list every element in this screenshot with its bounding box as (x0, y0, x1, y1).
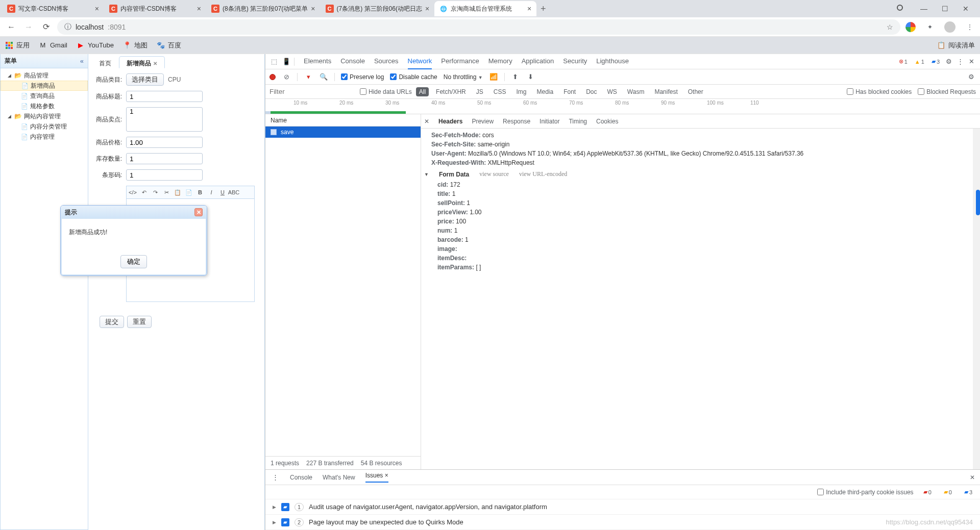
preserve-log-checkbox[interactable]: Preserve log (341, 73, 384, 81)
devtools-menu-icon[interactable]: ⋮ (955, 58, 965, 65)
tab-add-product[interactable]: 新增商品✕ (119, 56, 165, 68)
sell-point-input[interactable]: 1 (126, 107, 203, 132)
drawer-tab-whatsnew[interactable]: What's New (323, 474, 355, 481)
reading-list-button[interactable]: 📋阅读清单 (937, 41, 975, 50)
editor-strike-icon[interactable]: ABC (229, 187, 239, 197)
bookmark-baidu[interactable]: 🐾百度 (157, 41, 181, 50)
devtools-tab-lighthouse[interactable]: Lighthouse (596, 54, 629, 69)
warning-badge[interactable]: ▲1 (912, 58, 927, 65)
editor-cut-icon[interactable]: ✂ (161, 187, 172, 197)
filter-all[interactable]: All (416, 87, 429, 96)
dialog-title-bar[interactable]: 提示 ✕ (61, 206, 207, 219)
stock-input[interactable] (126, 153, 203, 164)
bookmark-star-icon[interactable]: ☆ (887, 23, 893, 31)
forward-button[interactable]: → (22, 22, 35, 32)
export-icon[interactable]: ⬇ (526, 73, 535, 81)
search-icon[interactable]: 🔍 (319, 73, 328, 81)
browser-tab[interactable]: C(8条消息) 第三阶段07(动吧菜单× (206, 1, 321, 16)
back-button[interactable]: ← (5, 22, 17, 32)
editor-italic-icon[interactable]: I (206, 187, 216, 197)
reload-button[interactable]: ⟳ (40, 22, 52, 32)
close-icon[interactable]: × (425, 5, 429, 13)
detail-tab-headers[interactable]: Headers (438, 118, 462, 125)
editor-underline-icon[interactable]: U (217, 187, 228, 197)
browser-menu-button[interactable]: ⋮ (965, 22, 975, 32)
detail-tab-cookies[interactable]: Cookies (596, 118, 618, 125)
bookmark-gmail[interactable]: MGmail (39, 41, 67, 49)
barcode-input[interactable] (126, 169, 203, 181)
editor-source-icon[interactable]: </> (128, 187, 138, 197)
devtools-tab-console[interactable]: Console (340, 54, 365, 69)
new-tab-button[interactable]: + (536, 4, 550, 14)
inspect-icon[interactable]: ⬚ (270, 58, 279, 65)
devtools-tab-performance[interactable]: Performance (441, 54, 479, 69)
drawer-menu-icon[interactable]: ⋮ (271, 473, 280, 481)
profile-avatar[interactable] (944, 21, 955, 33)
network-list-header[interactable]: Name (265, 114, 421, 127)
form-data-section[interactable]: ▼Form Dataview sourceview URL-encoded (424, 167, 980, 180)
close-icon[interactable]: × (385, 472, 388, 479)
editor-paste-icon[interactable]: 📄 (184, 187, 194, 197)
filter-type[interactable]: Fetch/XHR (433, 87, 469, 96)
include-third-party-checkbox[interactable]: Include third-party cookie issues (817, 489, 913, 496)
detail-tab-timing[interactable]: Timing (569, 118, 587, 125)
disable-cache-checkbox[interactable]: Disable cache (390, 73, 437, 81)
devtools-tab-sources[interactable]: Sources (374, 54, 399, 69)
sidebar-item-product-mgmt[interactable]: ◢📂商品管理 (1, 70, 88, 81)
close-window-button[interactable]: ✕ (963, 5, 969, 13)
filter-type[interactable]: Other (685, 87, 706, 96)
sidebar-item-content[interactable]: 📄内容管理 (1, 132, 88, 142)
dialog-close-icon[interactable]: ✕ (194, 208, 203, 216)
tree-toggle-icon[interactable]: ◢ (8, 114, 12, 119)
devtools-tab-application[interactable]: Application (522, 54, 554, 69)
site-info-icon[interactable]: ⓘ (64, 22, 71, 32)
import-icon[interactable]: ⬆ (511, 73, 520, 81)
editor-redo-icon[interactable]: ↷ (150, 187, 160, 197)
network-timeline[interactable]: 10 ms 20 ms 30 ms 40 ms 50 ms 60 ms 70 m… (265, 99, 980, 114)
throttling-select[interactable]: No throttling ▼ (444, 73, 483, 81)
extension-icon[interactable] (905, 22, 916, 32)
browser-tab-active[interactable]: 🌐京淘商城后台管理系统× (434, 1, 536, 16)
sidebar-item-add-product[interactable]: 📄新增商品 (1, 81, 88, 91)
devtools-tab-elements[interactable]: Elements (304, 54, 331, 69)
filter-type[interactable]: Manifest (651, 87, 680, 96)
reset-button[interactable]: 重置 (127, 316, 152, 328)
sidebar-item-spec-params[interactable]: 📄规格参数 (1, 101, 88, 111)
clear-icon[interactable]: ⊘ (282, 73, 291, 81)
error-badge[interactable]: ⊗1 (896, 58, 910, 65)
network-row-save[interactable]: save (265, 127, 421, 138)
tab-home[interactable]: 首页 (91, 56, 119, 68)
sync-icon[interactable] (897, 5, 903, 11)
filter-type[interactable]: Media (533, 87, 556, 96)
title-input[interactable] (126, 91, 203, 102)
filter-type[interactable]: Doc (583, 87, 600, 96)
drawer-tab-issues[interactable]: Issues × (365, 472, 388, 483)
has-blocked-cookies-checkbox[interactable]: Has blocked cookies (847, 88, 912, 95)
bookmark-youtube[interactable]: ▶YouTube (77, 41, 114, 49)
detail-close-icon[interactable]: ✕ (424, 118, 429, 125)
network-settings-icon[interactable]: ⚙ (967, 73, 976, 81)
filter-type[interactable]: Img (513, 87, 529, 96)
view-url-encoded-link[interactable]: view URL-encoded (519, 170, 567, 178)
tree-toggle-icon[interactable]: ◢ (8, 73, 12, 78)
devtools-tab-network[interactable]: Network (408, 54, 432, 69)
detail-body[interactable]: Sec-Fetch-Mode: cors Sec-Fetch-Site: sam… (421, 129, 980, 469)
browser-tab[interactable]: C(7条消息) 第三阶段06(动吧日志× (321, 1, 435, 16)
bookmark-apps[interactable]: 应用 (5, 41, 30, 50)
sidebar-item-query-product[interactable]: 📄查询商品 (1, 91, 88, 101)
filter-type[interactable]: Font (560, 87, 579, 96)
maximize-button[interactable]: ☐ (942, 5, 948, 13)
close-icon[interactable]: × (197, 5, 201, 13)
dialog-ok-button[interactable]: 确定 (120, 255, 147, 268)
view-source-link[interactable]: view source (479, 170, 509, 178)
minimize-button[interactable]: — (920, 5, 927, 13)
browser-tab[interactable]: C写文章-CSDN博客× (2, 1, 104, 16)
issues-badge[interactable]: ▰3 (929, 58, 942, 65)
settings-gear-icon[interactable]: ⚙ (944, 58, 953, 65)
sidebar-collapse-icon[interactable]: « (80, 57, 84, 65)
select-category-button[interactable]: 选择类目 (126, 73, 164, 86)
device-toggle-icon[interactable]: 📱 (282, 58, 291, 65)
detail-tab-preview[interactable]: Preview (472, 118, 494, 125)
filter-type[interactable]: JS (473, 87, 486, 96)
filter-type[interactable]: Wasm (624, 87, 648, 96)
